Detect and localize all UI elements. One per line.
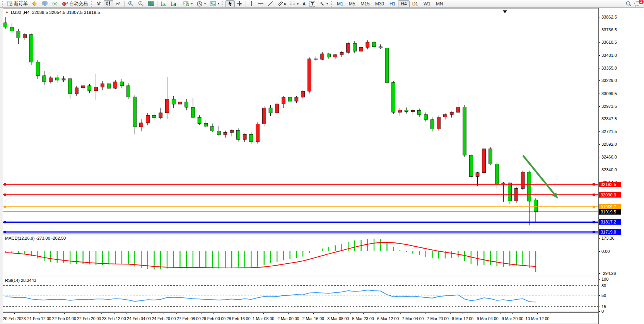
time-axis-label: 6 Mar 12:00 bbox=[377, 316, 399, 321]
price-axis[interactable]: 33862.533736.533610.533481.033355.033229… bbox=[598, 8, 644, 324]
time-axis-tick bbox=[14, 313, 15, 314]
toolbar-grip[interactable] bbox=[331, 1, 333, 7]
timeframe-h4[interactable]: H4 bbox=[398, 0, 409, 7]
new-order-icon bbox=[7, 1, 13, 7]
candle-body bbox=[243, 135, 246, 140]
chart-shift-button[interactable] bbox=[169, 0, 179, 7]
time-axis-tick bbox=[64, 313, 65, 314]
price-axis-label: 32973.5 bbox=[601, 104, 617, 109]
line-chart-type-button[interactable] bbox=[113, 0, 123, 7]
candle-body bbox=[249, 135, 253, 142]
candlestick-chart[interactable] bbox=[3, 9, 598, 234]
time-axis-tick bbox=[151, 313, 152, 314]
arrows-icon bbox=[319, 1, 325, 7]
axis-tick bbox=[599, 55, 600, 56]
notification-badge: 1 bbox=[639, 0, 644, 4]
macd-indicator-chart[interactable] bbox=[3, 235, 598, 276]
periods-button[interactable]: ▾ bbox=[195, 0, 208, 7]
candlestick-chart-type-button[interactable] bbox=[104, 0, 113, 7]
arrows-tool-button[interactable]: ▾ bbox=[317, 0, 330, 7]
auto-scroll-button[interactable] bbox=[159, 0, 169, 7]
notifications-button[interactable]: 1 bbox=[634, 1, 641, 7]
toolbar-grip[interactable] bbox=[2, 1, 4, 7]
time-axis-label: 2 Mar 16:00 bbox=[302, 316, 324, 321]
horizontal-line-tool-button[interactable] bbox=[256, 0, 266, 7]
candle-body bbox=[327, 54, 331, 57]
candle-body bbox=[314, 59, 318, 60]
axis-tick bbox=[599, 286, 600, 286]
auto-trading-label: 自动交易 bbox=[69, 0, 88, 7]
trendline-tool-button[interactable] bbox=[266, 0, 275, 7]
time-axis-tick bbox=[313, 313, 314, 314]
templates-button[interactable]: ▾ bbox=[208, 0, 221, 7]
indicators-button[interactable]: ▾ bbox=[181, 0, 195, 7]
timeframe-mn[interactable]: MN bbox=[433, 0, 446, 7]
crosshair-tool-button[interactable] bbox=[235, 0, 244, 7]
timeframe-m1[interactable]: M1 bbox=[334, 0, 346, 7]
bar-chart-icon bbox=[96, 1, 102, 7]
vertical-line-tool-button[interactable] bbox=[247, 0, 256, 7]
price-axis-label: 32340.0 bbox=[601, 167, 617, 172]
bar-chart-type-button[interactable] bbox=[94, 0, 104, 7]
auto-scroll-icon bbox=[161, 1, 167, 7]
timeframe-m15[interactable]: M15 bbox=[358, 0, 372, 7]
zoom-in-button[interactable] bbox=[126, 0, 136, 7]
toolbar-grip[interactable] bbox=[222, 1, 224, 7]
time-axis-tick bbox=[450, 313, 451, 314]
time-axis-label: 7 Mar 20:00 bbox=[427, 316, 449, 321]
time-axis-tick bbox=[251, 313, 251, 314]
time-axis[interactable]: 20 Feb 202321 Feb 12:0022 Feb 04:0022 Fe… bbox=[3, 312, 598, 324]
candle-body bbox=[469, 155, 473, 176]
candle-body bbox=[288, 97, 292, 101]
new-order-button[interactable]: 新订单 bbox=[5, 0, 30, 7]
time-axis-tick bbox=[376, 313, 376, 314]
candle-body bbox=[185, 102, 188, 107]
time-axis-label: 22 Feb 20:00 bbox=[77, 316, 101, 321]
candle-body bbox=[68, 79, 72, 94]
line-handle bbox=[593, 221, 595, 223]
candle-body bbox=[172, 99, 175, 104]
cursor-tool-button[interactable] bbox=[225, 0, 235, 7]
timeframe-d1[interactable]: D1 bbox=[410, 0, 421, 7]
price-axis-label: 32847.5 bbox=[601, 116, 617, 121]
timeframe-w1[interactable]: W1 bbox=[421, 0, 433, 7]
time-axis-tick bbox=[214, 313, 214, 314]
fibonacci-tool-button[interactable]: F bbox=[288, 0, 301, 7]
charts-button[interactable] bbox=[30, 0, 40, 7]
timeframe-group: M1M5M15M30H1H4D1W1MN bbox=[334, 0, 446, 7]
toolbar-grip[interactable] bbox=[91, 1, 93, 7]
chevron-down-icon: ▾ bbox=[218, 2, 219, 5]
candle-body bbox=[269, 108, 272, 113]
tile-windows-button[interactable] bbox=[146, 0, 156, 7]
macd-axis-label: 173.36 bbox=[601, 236, 615, 240]
candle-body bbox=[347, 43, 350, 52]
axis-tick bbox=[599, 30, 600, 30]
price-axis-label: 33229.0 bbox=[601, 78, 617, 83]
auto-trading-button[interactable]: 自动交易 bbox=[60, 0, 90, 7]
zoom-out-button[interactable] bbox=[136, 0, 146, 7]
text-tool-button[interactable]: A bbox=[301, 0, 307, 7]
time-axis-label: 23 Feb 12:00 bbox=[102, 316, 126, 321]
timeframe-m5[interactable]: M5 bbox=[346, 0, 358, 7]
candle-body bbox=[359, 47, 363, 51]
search-icon[interactable] bbox=[625, 1, 632, 7]
timeframe-h1[interactable]: H1 bbox=[387, 0, 398, 7]
signals-button[interactable] bbox=[50, 0, 60, 7]
line-handle bbox=[4, 206, 6, 208]
time-axis-tick bbox=[27, 313, 27, 314]
candle-body bbox=[275, 104, 279, 113]
time-axis-label: 9 Mar 20:00 bbox=[502, 316, 523, 321]
candle-body bbox=[17, 31, 20, 38]
candle-body bbox=[411, 110, 415, 111]
time-axis-tick bbox=[226, 313, 226, 314]
time-axis-tick bbox=[263, 313, 264, 314]
candle-body bbox=[392, 82, 395, 112]
rsi-axis-label: 100 bbox=[601, 277, 608, 281]
text-label-tool-button[interactable]: T bbox=[307, 0, 317, 7]
collapse-triangle-icon[interactable]: ▼ bbox=[5, 11, 9, 14]
equidistant-channel-tool-button[interactable]: E bbox=[275, 0, 288, 7]
rsi-indicator-chart[interactable] bbox=[3, 277, 598, 312]
candle-body bbox=[372, 42, 376, 47]
timeframe-m30[interactable]: M30 bbox=[372, 0, 387, 7]
terminal-button[interactable] bbox=[40, 0, 50, 7]
